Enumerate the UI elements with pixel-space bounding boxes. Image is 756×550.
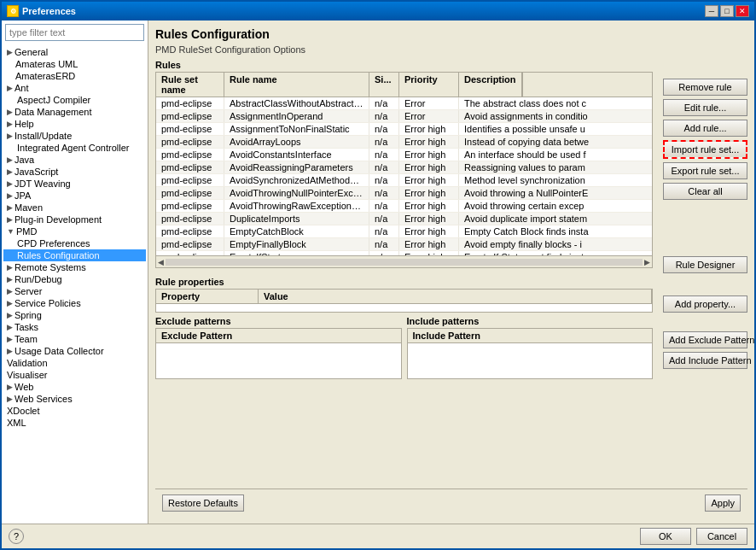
sidebar-item-tasks[interactable]: ▶ Tasks [3, 321, 146, 333]
sidebar-item-jpa[interactable]: ▶ JPA [3, 190, 146, 202]
props-body [156, 304, 652, 312]
main-content: ▶ General Amateras UML AmaterasERD ▶ Ant [2, 20, 754, 524]
table-row[interactable]: pmd-eclipse AbstractClassWithoutAbstract… [156, 97, 652, 110]
rules-table-body[interactable]: pmd-eclipse AbstractClassWithoutAbstract… [156, 97, 652, 255]
table-row[interactable]: pmd-eclipse AvoidSynchronizedAtMethodLe.… [156, 174, 652, 187]
sidebar-item-ant[interactable]: ▶ Ant [3, 82, 146, 94]
sidebar-item-xdoclet[interactable]: XDoclet [3, 405, 146, 417]
expand-icon-remote: ▶ [7, 263, 13, 272]
sidebar-item-team[interactable]: ▶ Team [3, 333, 146, 345]
exclude-patterns-section: Exclude patterns Exclude Pattern [155, 316, 402, 379]
add-rule-button[interactable]: Add rule... [663, 120, 747, 137]
sidebar-item-help[interactable]: ▶ Help [3, 118, 146, 130]
sidebar-item-data-mgmt[interactable]: ▶ Data Management [3, 106, 146, 118]
table-row[interactable]: pmd-eclipse AvoidReassigningParameters n… [156, 161, 652, 174]
sidebar-item-rules-config[interactable]: Rules Configuration [3, 249, 146, 261]
sidebar-item-cpd[interactable]: CPD Preferences [3, 237, 146, 249]
table-row[interactable]: pmd-eclipse AssignmentToNonFinalStatic n… [156, 123, 652, 136]
td-si: n/a [369, 238, 399, 250]
include-patterns-label: Include patterns [407, 316, 654, 326]
apply-button[interactable]: Apply [705, 494, 741, 512]
td-rulename: AvoidArrayLoops [224, 136, 369, 148]
td-si: n/a [369, 123, 399, 135]
table-row[interactable]: pmd-eclipse EmptyCatchBlock n/a Error hi… [156, 225, 652, 238]
restore-defaults-button[interactable]: Restore Defaults [162, 494, 244, 512]
minimize-button[interactable]: ─ [705, 5, 718, 17]
footer: ? OK Cancel [2, 524, 754, 548]
sidebar-item-visualiser[interactable]: Visualiser [3, 369, 146, 381]
horizontal-scrollbar[interactable]: ◀ ▶ [156, 255, 652, 267]
rules-table-container: Rule set name Rule name Si... Priority D… [155, 72, 653, 268]
col-header-ruleset: Rule set name [156, 73, 224, 97]
sidebar-item-run-debug[interactable]: ▶ Run/Debug [3, 273, 146, 285]
td-priority: Error high [399, 149, 459, 161]
sidebar-item-udc[interactable]: ▶ Usage Data Collector [3, 345, 146, 357]
table-row[interactable]: pmd-eclipse AvoidThrowingRawExceptionT..… [156, 200, 652, 213]
td-rulename: AssignmentToNonFinalStatic [224, 123, 369, 135]
export-rule-set-button[interactable]: Export rule set... [663, 162, 747, 179]
sidebar-item-service-policies[interactable]: ▶ Service Policies [3, 297, 146, 309]
sidebar-item-xml[interactable]: XML [3, 417, 146, 429]
clear-all-button[interactable]: Clear all [663, 183, 747, 200]
sidebar-item-java[interactable]: ▶ Java [3, 154, 146, 166]
rule-properties-table: Property Value [155, 289, 653, 313]
sidebar-item-pmd[interactable]: ▼ PMD [3, 225, 146, 237]
expand-icon-server: ▶ [7, 287, 13, 295]
sidebar-item-web-services[interactable]: ▶ Web Services [3, 393, 146, 405]
panel-subtitle: PMD RuleSet Configuration Options [155, 44, 747, 55]
expand-icon-js: ▶ [7, 167, 13, 176]
td-description: Reassigning values to param [459, 161, 652, 173]
td-description: Identifies a possible unsafe u [459, 123, 652, 135]
td-rulename: AvoidSynchronizedAtMethodLe... [224, 174, 369, 186]
help-button[interactable]: ? [9, 529, 24, 544]
ok-button[interactable]: OK [640, 528, 691, 545]
table-row[interactable]: pmd-eclipse EmptyFinallyBlock n/a Error … [156, 238, 652, 251]
sidebar-item-web[interactable]: ▶ Web [3, 381, 146, 393]
add-property-button[interactable]: Add property... [663, 295, 747, 313]
rule-properties-label: Rule properties [155, 277, 653, 287]
sidebar-item-aspectj[interactable]: AspectJ Compiler [3, 94, 146, 106]
table-row[interactable]: pmd-eclipse AvoidArrayLoops n/a Error hi… [156, 136, 652, 149]
table-header: Rule set name Rule name Si... Priority D… [156, 73, 652, 97]
import-rule-set-button[interactable]: Import rule set... [663, 140, 747, 159]
expand-icon-pmd: ▼ [7, 227, 15, 236]
col-header-value: Value [259, 290, 652, 303]
sidebar-item-amateras-erd[interactable]: AmaterasERD [12, 70, 146, 82]
table-row[interactable]: pmd-eclipse AvoidConstantsInterface n/a … [156, 149, 652, 161]
td-description: Avoid assignments in conditio [459, 110, 652, 122]
include-pattern-table: Include Pattern [407, 328, 654, 379]
sidebar-item-maven[interactable]: ▶ Maven [3, 202, 146, 214]
sidebar-item-jdt[interactable]: ▶ JDT Weaving [3, 178, 146, 190]
cancel-button[interactable]: Cancel [696, 528, 747, 545]
sidebar-item-remote[interactable]: ▶ Remote Systems [3, 261, 146, 273]
sidebar-item-plugin[interactable]: ▶ Plug-in Development [3, 214, 146, 225]
td-si: n/a [369, 161, 399, 173]
table-row[interactable]: pmd-eclipse AvoidThrowingNullPointerExce… [156, 187, 652, 200]
maximize-button[interactable]: □ [720, 5, 734, 17]
remove-rule-button[interactable]: Remove rule [663, 79, 747, 96]
close-button[interactable]: ✕ [736, 5, 749, 17]
expand-icon-jdt: ▶ [7, 179, 13, 188]
sidebar-item-general[interactable]: ▶ General [3, 46, 146, 58]
sidebar-item-install[interactable]: ▶ Install/Update [3, 130, 146, 142]
table-row[interactable]: pmd-eclipse DuplicateImports n/a Error h… [156, 213, 652, 225]
sidebar-item-server[interactable]: ▶ Server [3, 285, 146, 297]
td-rulename: EmptyFinallyBlock [224, 238, 369, 250]
expand-icon-help: ▶ [7, 120, 13, 128]
sidebar-item-validation[interactable]: Validation [3, 357, 146, 369]
td-ruleset: pmd-eclipse [156, 97, 224, 109]
add-include-pattern-button[interactable]: Add Include Pattern [663, 352, 747, 369]
expand-icon-jpa: ▶ [7, 191, 13, 200]
add-exclude-pattern-button[interactable]: Add Exclude Pattern [663, 331, 747, 348]
rule-designer-button[interactable]: Rule Designer [663, 256, 747, 273]
table-row[interactable]: pmd-eclipse AssignmentInOperand n/a Erro… [156, 110, 652, 123]
td-ruleset: pmd-eclipse [156, 187, 224, 199]
sidebar-item-amateras-uml[interactable]: Amateras UML [12, 58, 146, 70]
sidebar-item-iac[interactable]: Integrated Agent Controller [3, 142, 146, 154]
sidebar: ▶ General Amateras UML AmaterasERD ▶ Ant [2, 20, 148, 524]
td-priority: Error high [399, 161, 459, 173]
search-input[interactable] [5, 24, 144, 41]
sidebar-item-spring[interactable]: ▶ Spring [3, 309, 146, 321]
edit-rule-button[interactable]: Edit rule... [663, 99, 747, 116]
sidebar-item-javascript[interactable]: ▶ JavaScript [3, 166, 146, 178]
